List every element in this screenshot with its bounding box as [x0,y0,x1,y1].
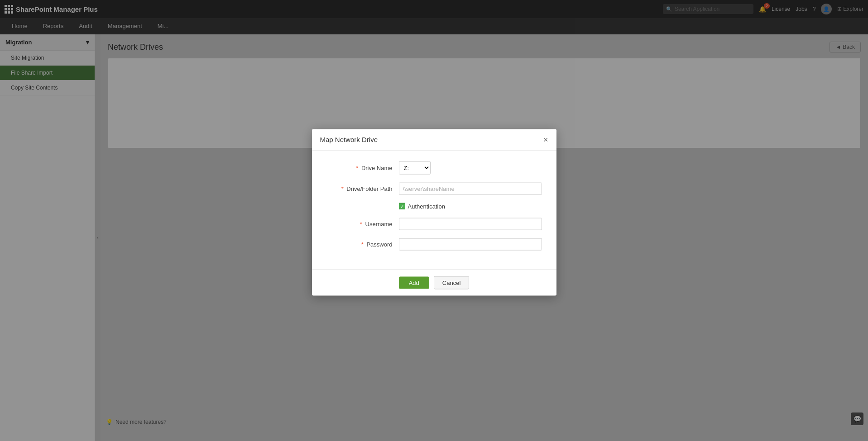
drive-name-row: * Drive Name Z: Y: X: W: V: [326,161,542,174]
drive-folder-path-input[interactable] [399,182,542,194]
username-label: * Username [326,220,399,227]
drive-name-label: * Drive Name [326,164,399,171]
username-row: * Username [326,218,542,230]
password-label: * Password [326,241,399,247]
modal-footer: Add Cancel [312,269,556,295]
drive-name-select[interactable]: Z: Y: X: W: V: [399,161,431,174]
drive-select-wrapper: Z: Y: X: W: V: [399,161,431,174]
drive-folder-path-label: * Drive/Folder Path [326,185,399,192]
authentication-label: Authentication [408,203,445,209]
username-input[interactable] [399,218,542,230]
modal-title: Map Network Drive [320,136,378,143]
add-button[interactable]: Add [399,276,429,289]
authentication-checkbox-wrap: Authentication [399,203,445,209]
map-network-drive-modal: Map Network Drive × * Drive Name Z: Y: X… [312,129,556,295]
required-star-3: * [360,220,362,227]
cancel-button[interactable]: Cancel [434,276,469,289]
required-star: * [356,164,358,171]
required-star-4: * [361,241,364,247]
password-input[interactable] [399,238,542,250]
authentication-row: Authentication [326,203,542,209]
modal-header: Map Network Drive × [312,129,556,150]
authentication-checkbox[interactable] [399,203,405,209]
modal-close-button[interactable]: × [543,135,548,143]
modal-body: * Drive Name Z: Y: X: W: V: * Drive/Fold… [312,150,556,269]
password-row: * Password [326,238,542,250]
required-star-2: * [341,185,344,192]
drive-folder-path-row: * Drive/Folder Path [326,182,542,194]
